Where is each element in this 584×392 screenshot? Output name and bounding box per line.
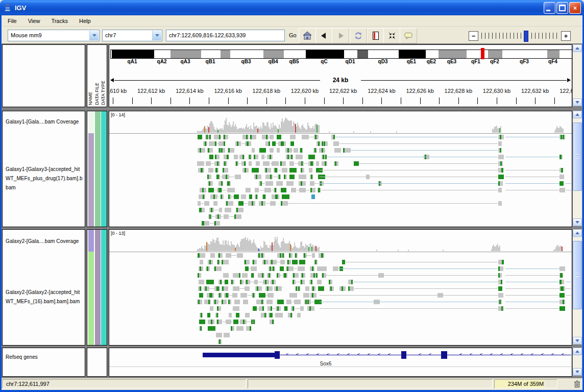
aligned-read[interactable] bbox=[234, 214, 241, 219]
aligned-read[interactable] bbox=[244, 260, 250, 264]
aligned-read[interactable] bbox=[311, 194, 315, 199]
aligned-read[interactable] bbox=[309, 168, 312, 173]
aligned-read[interactable] bbox=[233, 286, 239, 291]
aligned-read[interactable] bbox=[208, 181, 213, 186]
aligned-read[interactable] bbox=[217, 188, 222, 192]
aligned-read[interactable] bbox=[267, 293, 274, 298]
aligned-read[interactable] bbox=[559, 273, 563, 278]
aligned-read[interactable] bbox=[498, 181, 503, 186]
aligned-read[interactable] bbox=[310, 293, 317, 298]
aligned-read[interactable] bbox=[227, 181, 231, 186]
aligned-read[interactable] bbox=[329, 286, 334, 291]
zoom-slider-thumb[interactable] bbox=[524, 31, 528, 42]
aligned-read[interactable] bbox=[208, 260, 213, 264]
aligned-read[interactable] bbox=[214, 135, 221, 139]
aligned-read[interactable] bbox=[218, 148, 225, 153]
aligned-read[interactable] bbox=[301, 168, 304, 173]
aligned-read[interactable] bbox=[255, 188, 259, 192]
aligned-read[interactable] bbox=[270, 135, 274, 139]
aligned-read[interactable] bbox=[207, 175, 211, 179]
aligned-read[interactable] bbox=[241, 161, 246, 166]
aligned-read[interactable] bbox=[245, 286, 250, 291]
aligned-read[interactable] bbox=[218, 253, 223, 258]
aligned-read[interactable] bbox=[204, 300, 211, 304]
aligned-read[interactable] bbox=[251, 320, 255, 324]
aligned-read[interactable] bbox=[277, 273, 280, 278]
aligned-read[interactable] bbox=[302, 135, 309, 139]
aligned-read[interactable] bbox=[319, 148, 325, 153]
aligned-read[interactable] bbox=[198, 273, 201, 278]
aligned-read[interactable] bbox=[286, 266, 294, 271]
aligned-read[interactable] bbox=[229, 313, 232, 317]
minimize-button[interactable] bbox=[544, 2, 555, 14]
aligned-read[interactable] bbox=[304, 300, 311, 304]
aligned-read[interactable] bbox=[256, 161, 260, 166]
scroll-up-button[interactable] bbox=[573, 229, 582, 237]
aligned-read[interactable] bbox=[253, 306, 257, 311]
aligned-read[interactable] bbox=[224, 293, 229, 298]
aligned-read[interactable] bbox=[255, 286, 262, 291]
aligned-read[interactable] bbox=[254, 280, 258, 284]
aligned-read[interactable] bbox=[310, 175, 313, 179]
forward-button[interactable] bbox=[332, 28, 349, 43]
aligned-read[interactable] bbox=[197, 300, 202, 304]
aligned-read[interactable] bbox=[205, 135, 211, 139]
aligned-read[interactable] bbox=[210, 194, 217, 199]
aligned-read[interactable] bbox=[272, 141, 276, 146]
scrollbar-track[interactable] bbox=[573, 118, 582, 218]
aligned-read[interactable] bbox=[284, 306, 288, 311]
aligned-read[interactable] bbox=[240, 320, 247, 324]
aligned-read[interactable] bbox=[310, 266, 314, 271]
aligned-read[interactable] bbox=[498, 300, 502, 304]
aligned-read[interactable] bbox=[348, 280, 353, 284]
gene-scrollbar[interactable] bbox=[573, 348, 582, 376]
aligned-read[interactable] bbox=[559, 168, 563, 173]
aligned-read[interactable] bbox=[254, 175, 261, 179]
aligned-read[interactable] bbox=[322, 155, 327, 159]
aligned-read[interactable] bbox=[218, 339, 222, 344]
tooltip-toggle-button[interactable] bbox=[400, 28, 417, 43]
aligned-read[interactable] bbox=[281, 188, 286, 192]
aligned-read[interactable] bbox=[498, 293, 503, 298]
scrollbar-thumb[interactable] bbox=[573, 122, 582, 191]
aligned-read[interactable] bbox=[319, 253, 324, 258]
aligned-read[interactable] bbox=[234, 194, 239, 199]
aligned-read[interactable] bbox=[282, 194, 289, 199]
locus-input[interactable]: chr7:122,609,816-122,633,939 bbox=[166, 30, 285, 41]
aligned-read[interactable] bbox=[294, 148, 298, 153]
aligned-read[interactable] bbox=[276, 306, 281, 311]
aligned-read[interactable] bbox=[277, 253, 284, 258]
genome-select[interactable]: Mouse mm9 bbox=[8, 30, 100, 41]
aligned-read[interactable] bbox=[265, 181, 273, 186]
aligned-read[interactable] bbox=[198, 286, 202, 291]
aligned-read[interactable] bbox=[498, 141, 502, 146]
menu-view[interactable]: View bbox=[25, 17, 44, 25]
aligned-read[interactable] bbox=[222, 300, 227, 304]
aligned-read[interactable] bbox=[210, 306, 213, 311]
scrollbar-thumb[interactable] bbox=[573, 241, 582, 309]
aligned-read[interactable] bbox=[219, 208, 222, 212]
aligned-read[interactable] bbox=[270, 320, 274, 324]
aligned-read[interactable] bbox=[293, 273, 299, 278]
aligned-read[interactable] bbox=[252, 148, 255, 153]
aligned-read[interactable] bbox=[313, 148, 317, 153]
aligned-read[interactable] bbox=[289, 161, 294, 166]
aligned-read[interactable] bbox=[252, 168, 259, 173]
aligned-read[interactable] bbox=[231, 280, 234, 284]
aligned-read[interactable] bbox=[310, 188, 315, 192]
aligned-read[interactable] bbox=[303, 293, 309, 298]
aligned-read[interactable] bbox=[289, 293, 297, 298]
aligned-read[interactable] bbox=[246, 326, 251, 331]
aligned-read[interactable] bbox=[293, 280, 296, 284]
aligned-read[interactable] bbox=[222, 286, 228, 291]
aligned-read[interactable] bbox=[208, 168, 213, 173]
scroll-down-button[interactable] bbox=[573, 337, 582, 345]
aligned-read[interactable] bbox=[203, 141, 207, 146]
aligned-read[interactable] bbox=[333, 266, 338, 271]
aligned-read[interactable] bbox=[214, 286, 220, 291]
scrollbar-track[interactable] bbox=[573, 52, 582, 99]
aligned-read[interactable] bbox=[235, 141, 241, 146]
aligned-read[interactable] bbox=[290, 135, 296, 139]
aligned-read[interactable] bbox=[240, 280, 244, 284]
aligned-read[interactable] bbox=[228, 300, 231, 304]
